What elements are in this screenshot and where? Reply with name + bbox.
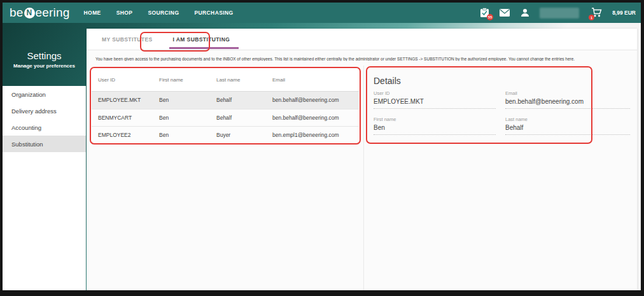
cell-last-name: Behalf <box>216 115 272 121</box>
logo-text-suffix: eering <box>36 6 70 20</box>
tab-my-substitutes[interactable]: MY SUBSTITUTES <box>92 29 163 50</box>
settings-sidebar: Organization Delivery address Accounting… <box>3 86 86 290</box>
person-icon <box>521 8 529 17</box>
app-window: beNeering HOME SHOP SOURCING PURCHASING <box>3 3 641 290</box>
logo-n-icon: N <box>24 8 35 18</box>
cart-badge: 1 <box>589 15 594 20</box>
cart-total: 8,99 EUR <box>612 10 636 16</box>
cell-first-name: Ben <box>159 132 216 138</box>
field-value: ben.behalf@beneering.com <box>505 96 630 109</box>
cell-user-id: BENMYCART <box>98 115 159 121</box>
cell-user-id: EMPLOYEE2 <box>98 132 159 138</box>
sidebar-item-substitution[interactable]: Substitution <box>3 136 86 152</box>
details-title: Details <box>374 76 401 86</box>
sidebar-item-organization[interactable]: Organization <box>3 86 86 102</box>
substitution-tabbar: MY SUBSTITUTES I AM SUBSTITUTING <box>87 29 637 50</box>
cell-first-name: Ben <box>159 97 216 103</box>
column-header-email: Email <box>272 77 359 83</box>
field-value: Behalf <box>505 122 630 135</box>
tab-i-am-substituting[interactable]: I AM SUBSTITUTING <box>163 29 241 50</box>
main-menu: HOME SHOP SOURCING PURCHASING <box>84 10 234 16</box>
field-value: Ben <box>374 122 496 135</box>
envelope-icon <box>500 9 510 17</box>
logo-text-prefix: be <box>10 6 24 20</box>
details-field-email: Email ben.behalf@beneering.com <box>505 90 630 109</box>
tasks-badge: 55 <box>487 14 493 20</box>
beneering-logo[interactable]: beNeering <box>10 6 70 20</box>
sidebar-item-accounting[interactable]: Accounting <box>3 119 86 136</box>
substitution-content-card: MY SUBSTITUTES I AM SUBSTITUTING You hav… <box>87 29 637 290</box>
cell-user-id: EMPLOYEE.MKT <box>98 97 159 103</box>
substitutes-table: User ID First name Last name Email EMPLO… <box>92 68 359 144</box>
tab-i-am-substituting-label: I AM SUBSTITUTING <box>173 36 230 43</box>
cell-email: ben.behalf@beneering.com <box>272 115 359 121</box>
field-label: User ID <box>374 90 496 96</box>
cell-first-name: Ben <box>159 115 216 121</box>
section-divider <box>363 66 364 290</box>
sidebar-item-delivery-address[interactable]: Delivery address <box>3 102 86 119</box>
cell-last-name: Buyer <box>216 132 272 138</box>
details-field-first-name: First name Ben <box>374 116 496 135</box>
page-subtitle: Manage your preferences <box>13 63 75 69</box>
field-label: First name <box>374 116 496 122</box>
menu-item-purchasing[interactable]: PURCHASING <box>194 10 233 16</box>
column-header-first-name: First name <box>159 77 216 83</box>
cart-button[interactable]: 1 <box>591 7 602 18</box>
page-title: Settings <box>27 50 61 61</box>
cell-email: ben.empl1@beneering.com <box>272 132 359 138</box>
settings-header: Settings Manage your preferences <box>3 23 86 86</box>
table-header-row: User ID First name Last name Email <box>92 68 359 92</box>
table-row-employee-mkt[interactable]: EMPLOYEE.MKT Ben Behalf ben.behalf@benee… <box>92 92 359 109</box>
details-field-user-id: User ID EMPLOYEE.MKT <box>374 90 496 109</box>
inbox-button[interactable] <box>499 7 510 18</box>
field-label: Email <box>505 90 630 96</box>
screenshot-frame: beNeering HOME SHOP SOURCING PURCHASING <box>0 0 644 296</box>
account-button[interactable] <box>519 7 531 18</box>
substitution-info-text: You have been given access to the purcha… <box>95 57 633 61</box>
cell-email: ben.behalf@beneering.com <box>272 97 359 103</box>
details-field-last-name: Last name Behalf <box>505 116 630 135</box>
menu-item-shop[interactable]: SHOP <box>116 10 133 16</box>
column-header-last-name: Last name <box>216 77 272 83</box>
cell-last-name: Behalf <box>216 97 272 103</box>
navbar-right-cluster: 55 <box>479 3 636 23</box>
table-row-benmycart[interactable]: BENMYCART Ben Behalf ben.behalf@beneerin… <box>92 109 359 127</box>
menu-item-home[interactable]: HOME <box>84 10 101 16</box>
table-row-employee2[interactable]: EMPLOYEE2 Ben Buyer ben.empl1@beneering.… <box>92 127 359 144</box>
user-name-redacted <box>540 8 579 18</box>
column-header-user-id: User ID <box>98 77 159 83</box>
active-tab-underline <box>169 47 239 49</box>
menu-item-sourcing[interactable]: SOURCING <box>148 10 179 16</box>
field-value: EMPLOYEE.MKT <box>374 96 496 109</box>
tab-my-substitutes-label: MY SUBSTITUTES <box>102 36 153 43</box>
tasks-button[interactable]: 55 <box>479 7 490 18</box>
field-label: Last name <box>505 116 630 122</box>
top-navbar: beNeering HOME SHOP SOURCING PURCHASING <box>3 3 641 23</box>
